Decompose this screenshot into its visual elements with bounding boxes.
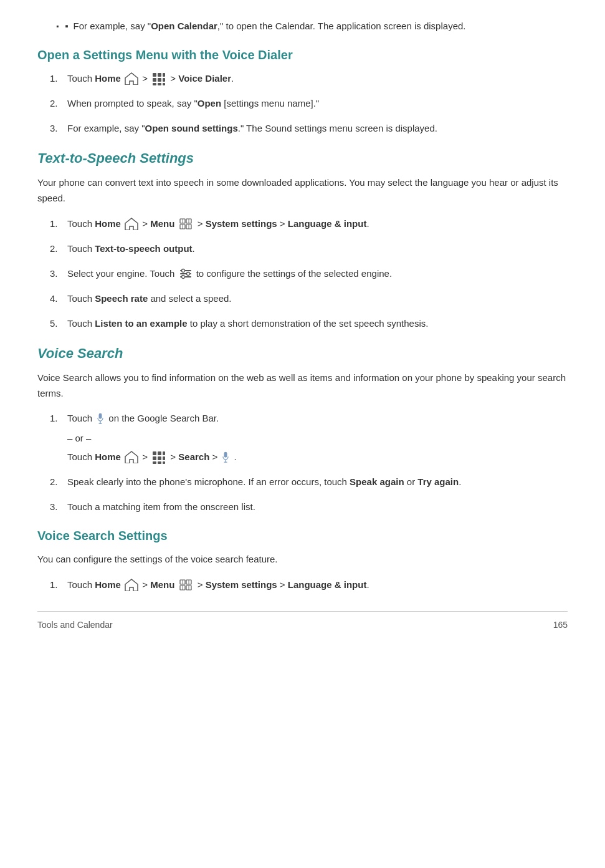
step-2-3: 3. Select your engine. Touch to configur… [37, 266, 568, 281]
step-num: 1. [50, 71, 67, 86]
footer-right: 165 [553, 618, 568, 632]
step-content: Touch Home > Menu > System settings > La… [67, 577, 568, 592]
system-settings-label: System settings [206, 579, 277, 590]
step-num: 1. [50, 216, 67, 231]
settings-icon [179, 268, 193, 280]
step-1-1: 1. Touch Home > > Voice Dialer. [37, 71, 568, 86]
grid-icon [151, 72, 166, 85]
step-content: When prompted to speak, say "Open [setti… [67, 96, 568, 111]
step-2-5: 5. Touch Listen to an example to play a … [37, 316, 568, 331]
step-content: Touch Home > > Voice Dialer. [67, 71, 568, 86]
bullet-section: ▪ For example, say "Open Calendar," to o… [37, 19, 568, 34]
menu-label: Menu [150, 579, 174, 590]
step-num: 1. [50, 411, 67, 426]
step-content: Select your engine. Touch to configure t… [67, 266, 568, 281]
section3-heading: Voice Search [37, 342, 568, 364]
step-2-1: 1. Touch Home > Menu > System settings >… [37, 216, 568, 231]
step-content: Speak clearly into the phone's microphon… [67, 475, 568, 489]
section4-description: You can configure the settings of the vo… [37, 552, 568, 567]
home-icon [125, 579, 138, 591]
step-num: 3. [50, 121, 67, 136]
step-num: 2. [50, 475, 67, 489]
open-sound-settings-label: Open sound settings [145, 123, 238, 133]
listen-example-label: Listen to an example [95, 318, 187, 329]
open-label: Open [198, 98, 221, 109]
grid-icon [151, 450, 166, 464]
step-3-2: 2. Speak clearly into the phone's microp… [37, 475, 568, 489]
section3-description: Voice Search allows you to find informat… [37, 370, 568, 402]
step-num: 1. [50, 577, 67, 592]
step-content: Touch Home > Menu > System settings > La… [67, 216, 568, 231]
mic-icon [96, 413, 105, 424]
language-input-label: Language & input [288, 579, 367, 590]
section3-steps: 1. Touch on the Google Search Bar. – or … [37, 411, 568, 514]
step-4-1: 1. Touch Home > Menu > System settings >… [37, 577, 568, 592]
step-num: 3. [50, 266, 67, 281]
step-3-1: 1. Touch on the Google Search Bar. – or … [37, 411, 568, 465]
home-label: Home [95, 73, 121, 84]
sub-item-or: – or – Touch Home > > Search > . [67, 431, 568, 465]
tts-output-label: Text-to-speech output [95, 243, 192, 254]
system-settings-label: System settings [206, 218, 277, 229]
section1-heading: Open a Settings Menu with the Voice Dial… [37, 45, 568, 65]
sub-item-home-text: Touch Home > > Search > . [67, 450, 568, 465]
bullet-item: ▪ For example, say "Open Calendar," to o… [56, 19, 568, 34]
home-label: Home [95, 218, 121, 229]
step-content: Touch Listen to an example to play a sho… [67, 316, 568, 331]
section4-heading: Voice Search Settings [37, 526, 568, 546]
step-content: Touch on the Google Search Bar. – or – T… [67, 411, 568, 465]
section4-steps: 1. Touch Home > Menu > System settings >… [37, 577, 568, 592]
step-num: 3. [50, 499, 67, 514]
step-content: Touch Speech rate and select a speed. [67, 291, 568, 306]
speech-rate-label: Speech rate [95, 293, 148, 304]
page-footer: Tools and Calendar 165 [37, 611, 568, 632]
step-content: Touch a matching item from the onscreen … [67, 499, 568, 514]
footer-left: Tools and Calendar [37, 618, 113, 632]
menu-icon [179, 217, 194, 231]
home-icon [125, 451, 138, 463]
step-1-3: 3. For example, say "Open sound settings… [37, 121, 568, 136]
step-num: 5. [50, 316, 67, 331]
step-3-3: 3. Touch a matching item from the onscre… [37, 499, 568, 514]
menu-label: Menu [150, 218, 174, 229]
section2-description: Your phone can convert text into speech … [37, 175, 568, 206]
home-label: Home [95, 451, 121, 462]
voice-dialer-label: Voice Dialer [178, 73, 231, 84]
step-num: 2. [50, 241, 67, 256]
mic-icon [221, 451, 230, 463]
home-label: Home [95, 579, 121, 590]
try-again-label: Try again [417, 476, 459, 487]
home-icon [125, 72, 138, 85]
or-text: – or – [67, 431, 568, 446]
step-2-2: 2. Touch Text-to-speech output. [37, 241, 568, 256]
step-content: Touch Text-to-speech output. [67, 241, 568, 256]
step-num: 2. [50, 96, 67, 111]
section2-heading: Text-to-Speech Settings [37, 147, 568, 169]
language-input-label: Language & input [288, 218, 367, 229]
step-2-4: 4. Touch Speech rate and select a speed. [37, 291, 568, 306]
bullet-marker: ▪ [65, 19, 68, 34]
section2-steps: 1. Touch Home > Menu > System settings >… [37, 216, 568, 331]
bullet-text: For example, say "Open Calendar," to ope… [74, 19, 466, 34]
home-icon [125, 218, 138, 230]
step-content: For example, say "Open sound settings." … [67, 121, 568, 136]
section1-steps: 1. Touch Home > > Voice Dialer. 2. When … [37, 71, 568, 136]
menu-icon [179, 578, 194, 592]
step-num: 4. [50, 291, 67, 306]
search-label: Search [178, 451, 209, 462]
speak-again-label: Speak again [350, 476, 404, 487]
step-1-2: 2. When prompted to speak, say "Open [se… [37, 96, 568, 111]
